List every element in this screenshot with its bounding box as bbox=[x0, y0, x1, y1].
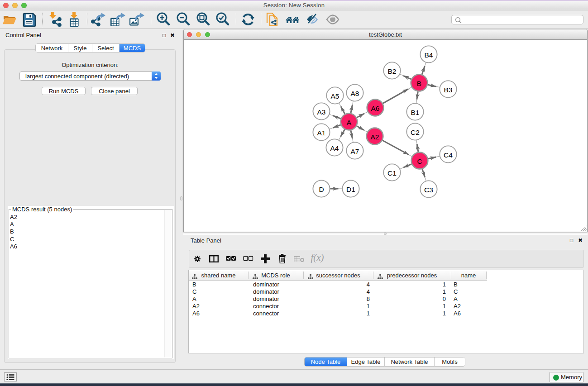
svg-text:A3: A3 bbox=[317, 108, 326, 116]
svg-text:B2: B2 bbox=[388, 67, 397, 75]
svg-text:A8: A8 bbox=[351, 90, 359, 97]
svg-text:A1: A1 bbox=[317, 129, 326, 137]
svg-text:C: C bbox=[417, 157, 422, 165]
svg-text:C2: C2 bbox=[411, 129, 420, 136]
svg-text:A5: A5 bbox=[331, 92, 339, 100]
svg-text:A6: A6 bbox=[371, 105, 380, 112]
svg-text:B1: B1 bbox=[411, 109, 420, 116]
svg-text:C1: C1 bbox=[387, 169, 397, 177]
svg-text:A7: A7 bbox=[351, 148, 359, 155]
svg-text:B4: B4 bbox=[425, 51, 433, 59]
svg-text:A2: A2 bbox=[371, 133, 379, 141]
svg-text:B3: B3 bbox=[444, 86, 453, 94]
svg-text:D: D bbox=[319, 186, 324, 193]
svg-text:A: A bbox=[347, 119, 352, 126]
svg-text:A4: A4 bbox=[330, 144, 339, 152]
svg-text:D1: D1 bbox=[346, 186, 355, 193]
svg-text:C4: C4 bbox=[444, 151, 453, 159]
svg-text:C3: C3 bbox=[424, 186, 433, 194]
svg-text:B: B bbox=[417, 80, 421, 87]
